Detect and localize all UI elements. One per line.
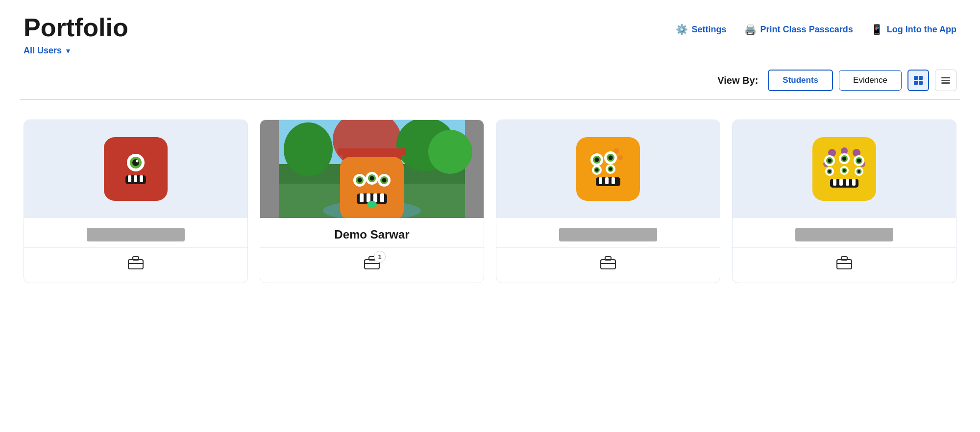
card-bottom — [496, 247, 720, 283]
svg-rect-95 — [846, 179, 849, 186]
all-users-label: All Users — [24, 46, 62, 56]
login-label: Log Into the App — [887, 24, 956, 35]
badge-count: 1 — [374, 251, 386, 263]
grid-view-button[interactable] — [907, 70, 929, 91]
svg-point-41 — [367, 201, 377, 208]
svg-rect-10 — [133, 257, 139, 260]
svg-point-91 — [858, 170, 860, 173]
svg-point-29 — [358, 178, 362, 183]
all-users-dropdown[interactable]: All Users ▼ — [24, 46, 72, 56]
header-actions: ⚙️ Settings 🖨️ Print Class Passcards 📱 L… — [676, 14, 956, 35]
svg-point-3 — [132, 159, 139, 166]
svg-rect-94 — [839, 179, 843, 186]
chevron-down-icon: ▼ — [65, 47, 72, 55]
svg-rect-39 — [373, 193, 377, 202]
svg-point-85 — [828, 170, 831, 173]
svg-rect-97 — [837, 260, 852, 269]
svg-point-60 — [609, 168, 612, 171]
name-placeholder — [559, 228, 657, 241]
svg-rect-93 — [833, 179, 836, 186]
svg-rect-40 — [380, 193, 384, 202]
grid-icon — [914, 76, 923, 85]
log-into-app-button[interactable]: 📱 Log Into the App — [871, 24, 956, 35]
svg-rect-6 — [128, 175, 131, 182]
header: Portfolio All Users ▼ ⚙️ Settings 🖨️ Pri… — [0, 0, 980, 56]
svg-rect-38 — [367, 193, 370, 202]
svg-point-57 — [595, 168, 599, 172]
student-name: Demo Sarwar — [334, 228, 409, 241]
svg-point-35 — [382, 178, 387, 183]
svg-rect-66 — [605, 257, 611, 260]
card-name-area — [733, 218, 956, 247]
svg-point-82 — [857, 159, 861, 163]
settings-label: Settings — [692, 24, 727, 35]
card-top — [733, 120, 956, 218]
portfolio-icon — [836, 256, 852, 273]
portfolio-icon — [600, 256, 616, 273]
svg-point-51 — [595, 158, 599, 162]
print-passcards-button[interactable]: 🖨️ Print Class Passcards — [744, 24, 853, 35]
svg-point-47 — [618, 155, 623, 160]
card-name-area — [496, 218, 720, 247]
avatar — [576, 137, 640, 201]
print-label: Print Class Passcards — [760, 24, 853, 35]
card-top — [24, 120, 247, 218]
svg-rect-65 — [601, 260, 615, 269]
svg-point-88 — [843, 169, 846, 172]
portfolio-icon: 1 — [364, 256, 380, 273]
svg-rect-22 — [338, 148, 406, 155]
header-left: Portfolio All Users ▼ — [24, 14, 128, 56]
student-card[interactable] — [24, 120, 248, 283]
name-placeholder — [795, 228, 893, 241]
card-bottom: 1 — [260, 247, 484, 283]
svg-point-32 — [370, 176, 374, 181]
svg-rect-37 — [360, 193, 364, 202]
svg-rect-64 — [612, 177, 615, 184]
card-bottom — [733, 247, 956, 283]
svg-rect-7 — [134, 175, 137, 182]
students-grid: Demo Sarwar 1 — [0, 100, 980, 303]
card-name-area: Demo Sarwar — [260, 218, 484, 247]
students-view-button[interactable]: Students — [768, 70, 833, 91]
card-name-area — [24, 218, 247, 247]
svg-point-14 — [284, 122, 333, 176]
svg-point-79 — [842, 157, 846, 161]
mobile-icon: 📱 — [871, 24, 883, 35]
svg-point-54 — [609, 156, 613, 160]
view-by-label: View By: — [717, 75, 758, 86]
card-bottom — [24, 247, 247, 283]
avatar — [104, 137, 168, 201]
settings-button[interactable]: ⚙️ Settings — [676, 24, 727, 35]
student-card[interactable] — [496, 120, 720, 283]
toolbar: View By: Students Evidence — [0, 56, 980, 99]
svg-point-70 — [841, 147, 848, 154]
svg-rect-62 — [599, 177, 602, 184]
student-card[interactable]: Demo Sarwar 1 — [260, 120, 484, 283]
svg-rect-9 — [128, 260, 143, 269]
avatar — [812, 137, 876, 201]
svg-point-76 — [828, 159, 832, 163]
page-title: Portfolio — [24, 14, 128, 42]
gear-icon: ⚙️ — [676, 24, 688, 35]
print-icon: 🖨️ — [744, 24, 757, 35]
svg-rect-63 — [605, 177, 609, 184]
evidence-view-button[interactable]: Evidence — [839, 70, 902, 91]
svg-rect-98 — [841, 257, 847, 260]
svg-point-4 — [136, 160, 139, 163]
card-top — [496, 120, 720, 218]
card-top — [260, 120, 484, 218]
name-placeholder — [87, 228, 185, 241]
avatar — [340, 157, 404, 218]
svg-rect-96 — [852, 179, 856, 186]
list-view-button[interactable] — [935, 70, 956, 91]
student-card[interactable] — [732, 120, 956, 283]
svg-rect-8 — [140, 175, 143, 182]
portfolio-icon — [128, 256, 144, 273]
svg-point-17 — [428, 130, 472, 174]
list-icon — [941, 77, 950, 84]
